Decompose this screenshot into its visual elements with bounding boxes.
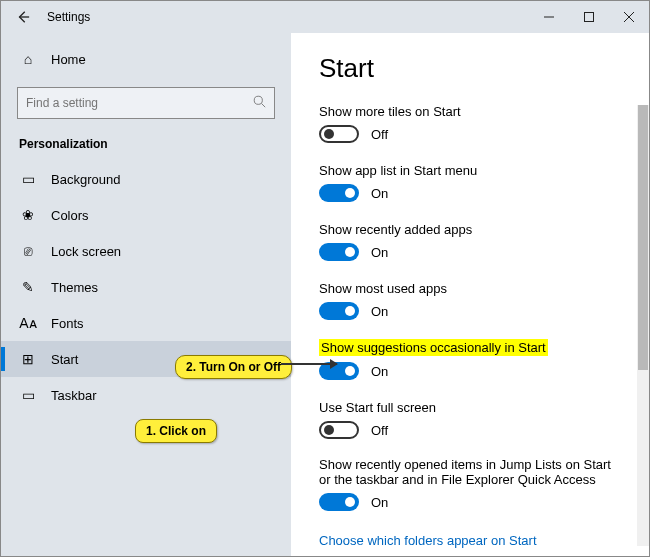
sidebar-item-label: Themes	[51, 280, 98, 295]
back-button[interactable]	[11, 5, 35, 29]
setting-label: Show app list in Start menu	[319, 163, 477, 178]
sidebar-item-label: Background	[51, 172, 120, 187]
sidebar-item-themes[interactable]: ✎ Themes	[1, 269, 291, 305]
toggle-row: On	[319, 302, 625, 320]
window-title: Settings	[47, 10, 90, 24]
close-button[interactable]	[609, 1, 649, 33]
sidebar: ⌂ Home Personalization ▭ Background ❀ Co…	[1, 33, 291, 556]
back-icon	[16, 10, 30, 24]
setting-label: Show most used apps	[319, 281, 447, 296]
close-icon	[624, 12, 634, 22]
home-nav[interactable]: ⌂ Home	[1, 43, 291, 75]
search-box[interactable]	[17, 87, 275, 119]
setting-row: Show most used appsOn	[319, 279, 625, 320]
sidebar-item-label: Colors	[51, 208, 89, 223]
start-icon: ⊞	[19, 351, 37, 367]
setting-row: Show app list in Start menuOn	[319, 161, 625, 202]
toggle-state-label: On	[371, 364, 388, 379]
setting-row: Show recently added appsOn	[319, 220, 625, 261]
section-label: Personalization	[1, 133, 291, 161]
toggle-switch[interactable]	[319, 184, 359, 202]
scrollbar[interactable]	[637, 105, 649, 546]
setting-row: Use Start full screenOff	[319, 398, 625, 439]
setting-label: Show suggestions occasionally in Start	[319, 339, 548, 356]
setting-label: Show recently added apps	[319, 222, 472, 237]
toggle-state-label: Off	[371, 423, 388, 438]
choose-folders-link[interactable]: Choose which folders appear on Start	[319, 533, 537, 548]
setting-label: Show more tiles on Start	[319, 104, 461, 119]
minimize-button[interactable]	[529, 1, 569, 33]
setting-row: Show recently opened items in Jump Lists…	[319, 457, 625, 511]
scrollbar-thumb[interactable]	[638, 105, 648, 370]
window-controls	[529, 1, 649, 33]
toggle-row: On	[319, 362, 625, 380]
taskbar-icon: ▭	[19, 387, 37, 403]
toggle-state-label: On	[371, 245, 388, 260]
svg-rect-1	[585, 13, 594, 22]
sidebar-item-taskbar[interactable]: ▭ Taskbar	[1, 377, 291, 413]
sidebar-item-fonts[interactable]: Aᴀ Fonts	[1, 305, 291, 341]
toggle-knob	[324, 425, 334, 435]
svg-point-4	[254, 96, 262, 104]
toggle-switch[interactable]	[319, 302, 359, 320]
themes-icon: ✎	[19, 279, 37, 295]
lock-screen-icon: ⎚	[19, 243, 37, 259]
sidebar-item-label: Taskbar	[51, 388, 97, 403]
sidebar-item-colors[interactable]: ❀ Colors	[1, 197, 291, 233]
home-icon: ⌂	[19, 51, 37, 67]
toggle-knob	[345, 497, 355, 507]
toggle-knob	[324, 129, 334, 139]
sidebar-item-label: Lock screen	[51, 244, 121, 259]
maximize-icon	[584, 12, 594, 22]
page-title: Start	[319, 53, 625, 84]
toggle-knob	[345, 247, 355, 257]
toggle-row: On	[319, 243, 625, 261]
toggle-row: Off	[319, 125, 625, 143]
toggle-switch[interactable]	[319, 243, 359, 261]
setting-row: Show more tiles on StartOff	[319, 102, 625, 143]
setting-label: Use Start full screen	[319, 400, 436, 415]
toggle-knob	[345, 366, 355, 376]
toggle-state-label: On	[371, 495, 388, 510]
maximize-button[interactable]	[569, 1, 609, 33]
sidebar-item-label: Start	[51, 352, 78, 367]
fonts-icon: Aᴀ	[19, 315, 37, 331]
toggle-row: On	[319, 493, 625, 511]
toggle-state-label: Off	[371, 127, 388, 142]
sidebar-item-start[interactable]: ⊞ Start	[1, 341, 291, 377]
svg-line-5	[262, 104, 266, 108]
toggle-switch[interactable]	[319, 125, 359, 143]
toggle-knob	[345, 188, 355, 198]
setting-row: Show suggestions occasionally in StartOn	[319, 338, 625, 380]
home-label: Home	[51, 52, 86, 67]
background-icon: ▭	[19, 171, 37, 187]
titlebar: Settings	[1, 1, 649, 33]
sidebar-item-label: Fonts	[51, 316, 84, 331]
minimize-icon	[544, 12, 554, 22]
colors-icon: ❀	[19, 207, 37, 223]
toggle-state-label: On	[371, 304, 388, 319]
toggle-state-label: On	[371, 186, 388, 201]
setting-label: Show recently opened items in Jump Lists…	[319, 457, 625, 487]
toggle-knob	[345, 306, 355, 316]
toggle-switch[interactable]	[319, 421, 359, 439]
toggle-row: On	[319, 184, 625, 202]
sidebar-item-background[interactable]: ▭ Background	[1, 161, 291, 197]
toggle-switch[interactable]	[319, 362, 359, 380]
toggle-row: Off	[319, 421, 625, 439]
toggle-switch[interactable]	[319, 493, 359, 511]
content-pane: Start Show more tiles on StartOffShow ap…	[291, 33, 649, 556]
search-input[interactable]	[26, 96, 253, 110]
search-icon	[253, 95, 266, 111]
sidebar-item-lock-screen[interactable]: ⎚ Lock screen	[1, 233, 291, 269]
